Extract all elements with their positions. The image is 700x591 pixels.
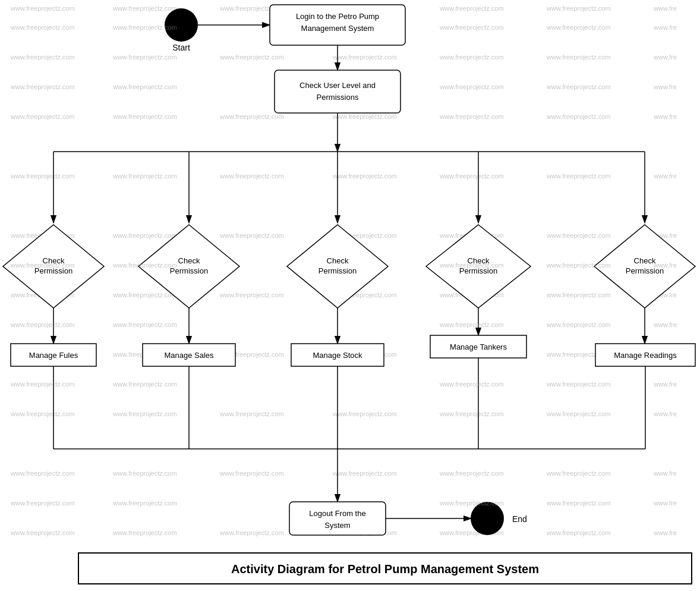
logout-text-1: Logout From the [309, 509, 365, 518]
svg-text:www.freeprojectz.com: www.freeprojectz.com [546, 113, 611, 120]
svg-text:www.freeprojectz.com: www.freeprojectz.com [546, 410, 611, 417]
svg-text:www.fre: www.fre [653, 24, 677, 31]
svg-text:www.freeprojectz.com: www.freeprojectz.com [10, 499, 75, 507]
svg-text:www.freeprojectz.com: www.freeprojectz.com [219, 291, 284, 298]
footer-title: Activity Diagram for Petrol Pump Managem… [231, 562, 539, 576]
svg-text:www.fre: www.fre [653, 321, 677, 328]
svg-text:www.freeprojectz.com: www.freeprojectz.com [219, 232, 284, 239]
check-user-level-text-2: Permissions [317, 93, 359, 102]
svg-text:www.freeprojectz.com: www.freeprojectz.com [439, 499, 504, 507]
svg-text:www.freeprojectz.com: www.freeprojectz.com [546, 24, 611, 31]
svg-text:www.freeprojectz.com: www.freeprojectz.com [112, 113, 177, 120]
svg-text:www.freeprojectz.com: www.freeprojectz.com [546, 54, 611, 61]
svg-text:www.freeprojectz.com: www.freeprojectz.com [439, 24, 504, 31]
svg-text:www.freeprojectz.com: www.freeprojectz.com [546, 529, 611, 536]
manage-tankers-text: Manage Tankers [450, 342, 507, 351]
svg-text:www.freeprojectz.com: www.freeprojectz.com [10, 529, 75, 536]
svg-text:www.freeprojectz.com: www.freeprojectz.com [439, 5, 504, 12]
svg-text:www.freeprojectz.com: www.freeprojectz.com [439, 172, 504, 180]
svg-text:www.freeprojectz.com: www.freeprojectz.com [439, 381, 504, 388]
svg-text:www.freeprojectz.com: www.freeprojectz.com [546, 262, 611, 269]
diamond-3-text-1: Check [327, 256, 349, 265]
svg-text:www.freeprojectz.com: www.freeprojectz.com [439, 54, 504, 61]
svg-text:www.freeprojectz.com: www.freeprojectz.com [112, 381, 177, 388]
svg-text:www.freeprojectz.com: www.freeprojectz.com [10, 410, 75, 417]
end-circle [471, 502, 504, 535]
logout-text-2: System [324, 521, 350, 530]
svg-text:www.freeprojectz.com: www.freeprojectz.com [112, 321, 177, 328]
svg-text:www.freeprojectz.com: www.freeprojectz.com [10, 54, 75, 61]
svg-text:www.freeprojectz.com: www.freeprojectz.com [219, 470, 284, 477]
svg-text:www.freeprojectz.com: www.freeprojectz.com [546, 172, 611, 180]
svg-text:www.freeprojectz.com: www.freeprojectz.com [546, 291, 611, 298]
svg-text:www.freeprojectz.com: www.freeprojectz.com [332, 113, 397, 120]
svg-text:www.freeprojectz.com: www.freeprojectz.com [10, 24, 75, 31]
manage-readings-text: Manage Readings [614, 351, 677, 360]
svg-text:www.freeprojectz.com: www.freeprojectz.com [439, 470, 504, 477]
svg-text:www.fre: www.fre [653, 499, 677, 507]
svg-text:www.freeprojectz.com: www.freeprojectz.com [10, 83, 75, 90]
svg-text:www.freeprojectz.com: www.freeprojectz.com [439, 321, 504, 328]
svg-text:www.freeprojectz.com: www.freeprojectz.com [219, 54, 284, 61]
svg-text:www.freeprojectz.com: www.freeprojectz.com [546, 381, 611, 388]
svg-text:www.fre: www.fre [653, 470, 677, 477]
svg-text:www.freeprojectz.com: www.freeprojectz.com [112, 54, 177, 61]
check-user-level-text-1: Check User Level and [299, 81, 376, 90]
svg-text:www.fre: www.fre [653, 262, 677, 269]
svg-text:www.fre: www.fre [653, 83, 677, 90]
diamond-2-text-1: Check [178, 256, 200, 265]
svg-text:www.freeprojectz.com: www.freeprojectz.com [112, 24, 177, 31]
svg-text:www.freeprojectz.com: www.freeprojectz.com [546, 321, 611, 328]
manage-sales-text: Manage Sales [164, 351, 214, 360]
svg-text:www.freeprojectz.com: www.freeprojectz.com [439, 83, 504, 90]
svg-text:www.freeprojectz.com: www.freeprojectz.com [112, 291, 177, 298]
svg-text:www.freeprojectz.com: www.freeprojectz.com [112, 410, 177, 417]
svg-text:www.freeprojectz.com: www.freeprojectz.com [439, 262, 504, 269]
svg-text:www.fre: www.fre [653, 410, 677, 417]
svg-text:www.freeprojectz.com: www.freeprojectz.com [219, 172, 284, 180]
svg-text:www.freeprojectz.com: www.freeprojectz.com [10, 172, 75, 180]
login-text-2: Management System [301, 24, 374, 33]
svg-text:www.freeprojectz.com: www.freeprojectz.com [10, 470, 75, 477]
svg-text:www.freeprojectz.com: www.freeprojectz.com [546, 499, 611, 507]
svg-text:www.freeprojectz.com: www.freeprojectz.com [546, 83, 611, 90]
logout-box [289, 502, 386, 535]
svg-text:www.freeprojectz.com: www.freeprojectz.com [112, 499, 177, 507]
svg-text:www.freeprojectz.com: www.freeprojectz.com [10, 321, 75, 328]
svg-text:www.freeprojectz.com: www.freeprojectz.com [546, 232, 611, 239]
svg-text:www.fre: www.fre [653, 5, 677, 12]
svg-text:www.freeprojectz.com: www.freeprojectz.com [10, 262, 75, 269]
svg-text:www.fre: www.fre [653, 381, 677, 388]
svg-text:www.freeprojectz.com: www.freeprojectz.com [439, 410, 504, 417]
svg-text:www.fre: www.fre [653, 529, 677, 536]
svg-text:www.freeprojectz.com: www.freeprojectz.com [332, 54, 397, 61]
diamond-3-text-2: Permission [319, 266, 357, 275]
manage-fules-text: Manage Fules [29, 351, 78, 360]
check-user-level-box [275, 70, 401, 113]
svg-text:www.fre: www.fre [653, 172, 677, 180]
svg-text:www.freeprojectz.com: www.freeprojectz.com [112, 5, 177, 12]
svg-text:www.freeprojectz.com: www.freeprojectz.com [219, 410, 284, 417]
svg-text:www.freeprojectz.com: www.freeprojectz.com [112, 529, 177, 536]
svg-text:www.freeprojectz.com: www.freeprojectz.com [219, 529, 284, 536]
svg-text:www.freeprojectz.com: www.freeprojectz.com [112, 470, 177, 477]
svg-text:www.freeprojectz.com: www.freeprojectz.com [112, 83, 177, 90]
svg-text:www.freeprojectz.com: www.freeprojectz.com [112, 262, 177, 269]
svg-text:www.fre: www.fre [653, 54, 677, 61]
manage-stock-text: Manage Stock [313, 351, 362, 360]
svg-text:www.freeprojectz.com: www.freeprojectz.com [332, 410, 397, 417]
svg-text:www.freeprojectz.com: www.freeprojectz.com [112, 232, 177, 239]
svg-text:www.freeprojectz.com: www.freeprojectz.com [332, 172, 397, 180]
login-text-1: Login to the Petro Pump [296, 12, 379, 21]
svg-text:www.freeprojectz.com: www.freeprojectz.com [10, 113, 75, 120]
svg-text:www.freeprojectz.com: www.freeprojectz.com [332, 470, 397, 477]
svg-text:www.fre: www.fre [653, 113, 677, 120]
svg-text:www.freeprojectz.com: www.freeprojectz.com [439, 113, 504, 120]
svg-text:www.freeprojectz.com: www.freeprojectz.com [219, 113, 284, 120]
diagram-container: www.freeprojectz.com www.freeprojectz.co… [0, 0, 700, 591]
diamond-5-text-1: Check [634, 256, 656, 265]
end-label: End [512, 514, 527, 524]
svg-text:www.freeprojectz.com: www.freeprojectz.com [546, 470, 611, 477]
svg-text:www.freeprojectz.com: www.freeprojectz.com [546, 5, 611, 12]
start-label: Start [172, 43, 190, 52]
